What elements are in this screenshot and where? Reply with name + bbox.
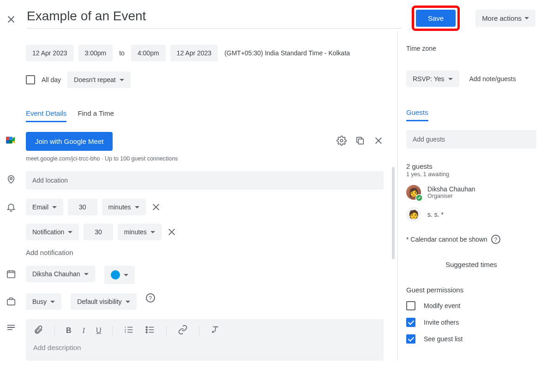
notification-value-input[interactable]: 30	[68, 199, 97, 215]
chevron-down-icon	[124, 274, 128, 276]
notification-unit-dropdown[interactable]: minutes	[118, 224, 162, 240]
chevron-down-icon	[50, 301, 55, 303]
modify-event-label: Modify event	[424, 302, 460, 309]
rsvp-dropdown[interactable]: RSVP: Yes	[406, 71, 459, 87]
more-actions-label: More actions	[482, 14, 522, 22]
calendar-icon	[6, 268, 17, 279]
invite-others-label: Invite others	[424, 319, 459, 326]
guest-status: 1 yes, 1 awaiting	[406, 171, 536, 178]
attach-icon[interactable]	[33, 325, 43, 336]
more-actions-button[interactable]: More actions	[475, 10, 535, 27]
guest-item[interactable]: 🧑 s. s. *	[406, 207, 536, 222]
svg-text:3: 3	[125, 331, 126, 333]
availability-dropdown[interactable]: Busy	[26, 293, 61, 310]
notification-method-dropdown[interactable]: Notification	[26, 224, 79, 240]
accepted-badge-icon	[415, 194, 423, 202]
help-icon[interactable]: ?	[491, 235, 500, 244]
add-guests-input[interactable]	[406, 130, 536, 148]
guest-permissions-title: Guest permissions	[406, 286, 536, 294]
avatar: 🧑	[406, 207, 421, 222]
location-icon	[6, 174, 17, 185]
chevron-down-icon	[120, 79, 124, 81]
copy-icon[interactable]	[355, 136, 365, 147]
bullet-list-icon[interactable]	[145, 325, 155, 336]
meet-link-text: meet.google.com/jci-trcc-bho · Up to 100…	[26, 155, 384, 162]
color-swatch	[111, 270, 120, 279]
guest-name: Diksha Chauhan	[427, 185, 475, 193]
guest-name: s. s. *	[427, 211, 444, 218]
start-time-picker[interactable]: 3:00pm	[78, 45, 113, 61]
svg-point-14	[146, 332, 148, 333]
numbered-list-icon[interactable]: 123	[124, 325, 134, 336]
all-day-label: All day	[40, 76, 63, 83]
italic-icon[interactable]: I	[83, 327, 85, 335]
suggested-times-button[interactable]: Suggested times	[406, 261, 536, 268]
recurrence-dropdown[interactable]: Doesn't repeat	[67, 71, 131, 88]
remove-conference-icon[interactable]	[373, 136, 384, 147]
remove-notification-icon[interactable]	[166, 226, 177, 238]
chevron-down-icon	[126, 301, 130, 303]
bold-icon[interactable]: B	[66, 327, 72, 335]
svg-rect-5	[358, 139, 363, 144]
clear-formatting-icon[interactable]	[210, 325, 221, 336]
end-date-picker[interactable]: 12 Apr 2023	[170, 45, 218, 61]
add-notification-button[interactable]: Add notification	[26, 249, 73, 256]
guest-count: 2 guests	[406, 162, 536, 170]
start-date-picker[interactable]: 12 Apr 2023	[26, 45, 74, 61]
all-day-checkbox[interactable]	[26, 75, 35, 84]
timezone-link[interactable]: Time zone	[406, 45, 436, 52]
chevron-down-icon	[52, 206, 57, 208]
chevron-down-icon	[448, 78, 453, 80]
notification-unit-dropdown[interactable]: minutes	[102, 199, 146, 215]
guest-role: Organiser	[427, 193, 475, 199]
underline-icon[interactable]: U	[96, 327, 102, 335]
timezone-text: (GMT+05:30) India Standard Time - Kolkat…	[222, 49, 352, 57]
chevron-down-icon	[150, 231, 155, 233]
save-button-highlight: Save	[412, 6, 460, 31]
avatar: 👩	[406, 185, 421, 200]
help-icon[interactable]: ?	[146, 293, 155, 303]
guest-item[interactable]: 👩 Diksha Chauhan Organiser	[406, 185, 536, 200]
see-guest-list-checkbox[interactable]	[406, 334, 415, 344]
gear-icon[interactable]	[337, 136, 347, 147]
briefcase-icon	[6, 296, 17, 307]
visibility-dropdown[interactable]: Default visibility	[71, 293, 136, 310]
tab-find-a-time[interactable]: Find a Time	[78, 106, 114, 122]
location-input[interactable]	[26, 171, 384, 190]
svg-rect-8	[7, 299, 15, 305]
description-icon	[6, 322, 17, 333]
notification-value-input[interactable]: 30	[84, 224, 113, 240]
link-icon[interactable]	[178, 325, 188, 336]
svg-rect-7	[7, 271, 15, 278]
modify-event-checkbox[interactable]	[406, 301, 415, 310]
scrollbar[interactable]	[392, 167, 395, 361]
calendar-owner-dropdown[interactable]: Diksha Chauhan	[26, 266, 95, 282]
invite-others-checkbox[interactable]	[406, 318, 415, 327]
tab-guests[interactable]: Guests	[406, 105, 428, 121]
svg-point-12	[146, 327, 148, 328]
remove-notification-icon[interactable]	[150, 202, 162, 213]
join-google-meet-button[interactable]: Join with Google Meet	[26, 132, 113, 151]
to-label: to	[117, 49, 126, 57]
add-note-guests-button[interactable]: Add note/guests	[468, 75, 518, 83]
save-button[interactable]: Save	[416, 10, 456, 27]
google-meet-icon	[6, 135, 17, 146]
chevron-down-icon	[84, 273, 89, 275]
notification-method-dropdown[interactable]: Email	[26, 199, 63, 215]
tab-event-details[interactable]: Event Details	[26, 106, 66, 122]
svg-point-4	[340, 139, 343, 142]
chevron-down-icon	[524, 17, 529, 19]
see-guest-list-label: See guest list	[424, 335, 463, 343]
close-icon[interactable]	[6, 14, 17, 25]
chevron-down-icon	[68, 231, 72, 233]
chevron-down-icon	[135, 206, 139, 208]
event-title-input[interactable]	[27, 6, 402, 29]
description-input[interactable]: Add description	[26, 342, 384, 361]
description-toolbar: B I U 123	[26, 319, 384, 342]
calendar-warning-text: * Calendar cannot be shown	[406, 236, 487, 243]
svg-point-13	[146, 329, 148, 331]
end-time-picker[interactable]: 4:00pm	[131, 45, 166, 61]
svg-point-6	[10, 178, 12, 180]
event-color-dropdown[interactable]	[104, 266, 135, 284]
bell-icon	[6, 202, 17, 213]
